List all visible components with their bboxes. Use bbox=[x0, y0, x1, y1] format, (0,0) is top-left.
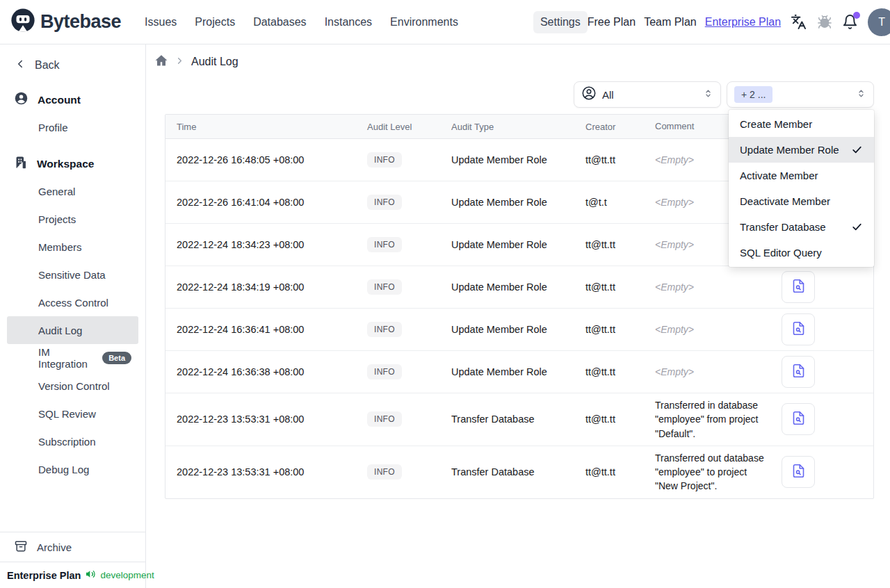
sidebar-item[interactable]: IM Integration Beta bbox=[0, 344, 145, 372]
file-search-icon bbox=[791, 279, 806, 295]
sidebar-item[interactable]: SQL Review bbox=[0, 400, 145, 427]
plan-link[interactable]: Team Plan bbox=[644, 16, 697, 28]
notifications-bell-icon[interactable] bbox=[842, 14, 858, 30]
breadcrumb-chevron-icon bbox=[175, 56, 185, 69]
workspace-items: General Projects Members Sensitive Data … bbox=[0, 177, 145, 483]
check-icon bbox=[851, 221, 863, 233]
file-search-icon bbox=[791, 364, 806, 380]
nav-item[interactable]: Databases bbox=[246, 11, 314, 33]
sidebar-item[interactable]: Sensitive Data bbox=[0, 261, 145, 288]
column-header-creator: Creator bbox=[585, 122, 655, 132]
plan-link[interactable]: Free Plan bbox=[588, 16, 636, 28]
audit-type-menu-item[interactable]: Create Member bbox=[729, 111, 874, 137]
view-detail-button[interactable] bbox=[782, 456, 815, 488]
audit-time: 2022-12-24 18:34:19 +08:00 bbox=[165, 281, 367, 293]
account-section-header: Account bbox=[0, 86, 145, 113]
translate-icon[interactable] bbox=[791, 14, 807, 30]
chevron-left-icon bbox=[14, 58, 26, 73]
account-items: Profile bbox=[0, 113, 145, 141]
audit-time: 2022-12-24 18:34:23 +08:00 bbox=[165, 239, 367, 250]
audit-type-menu-item[interactable]: Activate Member bbox=[729, 163, 874, 188]
audit-creator: tt@tt.tt bbox=[585, 281, 655, 293]
column-header-audit-type: Audit Type bbox=[451, 122, 585, 132]
audit-type-filter-select[interactable]: + 2 ... bbox=[727, 81, 874, 108]
settings-sidebar: Back Account Profile bbox=[0, 44, 146, 588]
workspace-section-header: Workspace bbox=[0, 151, 145, 177]
audit-time: 2022-12-24 16:36:41 +08:00 bbox=[165, 324, 367, 335]
audit-type-menu-item[interactable]: Deactivate Member bbox=[729, 188, 874, 214]
audit-creator: tt@tt.tt bbox=[585, 414, 655, 425]
audit-level-badge: INFO bbox=[367, 322, 402, 337]
brand-name: Bytebase bbox=[40, 11, 121, 33]
bytebase-logo[interactable]: Bytebase bbox=[10, 8, 121, 37]
archive-icon bbox=[14, 539, 28, 555]
sidebar-item[interactable]: Access Control bbox=[0, 288, 145, 316]
table-row: 2022-12-24 16:36:41 +08:00 INFO Update M… bbox=[165, 309, 873, 351]
audit-type-filter-value: + 2 ... bbox=[734, 86, 772, 103]
audit-creator: tt@tt.tt bbox=[585, 239, 655, 250]
nav-item[interactable]: Environments bbox=[383, 11, 465, 33]
audit-type-menu-item[interactable]: Update Member Role bbox=[729, 137, 874, 163]
nav-item[interactable]: Projects bbox=[188, 11, 242, 33]
notification-dot bbox=[853, 12, 860, 19]
audit-level-cell: INFO bbox=[367, 152, 451, 168]
menu-item-label: SQL Editor Query bbox=[740, 247, 822, 259]
nav-item[interactable]: Instances bbox=[318, 11, 379, 33]
plan-links: Free PlanTeam PlanEnterprise Plan bbox=[588, 16, 781, 28]
audit-level-badge: INFO bbox=[367, 152, 402, 168]
audit-type-menu: Create Member Update Member Role Activat… bbox=[729, 110, 874, 267]
back-button[interactable]: Back bbox=[0, 54, 145, 76]
view-detail-button[interactable] bbox=[782, 313, 815, 345]
workspace-section-title: Workspace bbox=[37, 158, 94, 170]
chevrons-up-down-icon bbox=[703, 88, 713, 101]
view-detail-button[interactable] bbox=[782, 356, 815, 388]
column-header-time: Time bbox=[165, 122, 367, 132]
archive-link[interactable]: Archive bbox=[0, 532, 145, 562]
nav-item[interactable]: Settings bbox=[533, 11, 588, 33]
audit-level-badge: INFO bbox=[367, 464, 402, 480]
view-detail-button[interactable] bbox=[782, 403, 815, 435]
sidebar-item[interactable]: Audit Log bbox=[7, 316, 138, 344]
audit-type: Update Member Role bbox=[451, 324, 585, 335]
audit-creator: tt@tt.tt bbox=[585, 366, 655, 377]
plan-link[interactable]: Enterprise Plan bbox=[705, 16, 781, 28]
view-detail-button[interactable] bbox=[782, 271, 815, 303]
audit-type-menu-item[interactable]: Transfer Database bbox=[729, 214, 874, 240]
nav-item[interactable]: Issues bbox=[138, 11, 184, 33]
audit-creator: tt@tt.tt bbox=[585, 466, 655, 477]
audit-type: Update Member Role bbox=[451, 281, 585, 293]
sidebar-item-label: Members bbox=[38, 241, 82, 253]
user-avatar[interactable]: T bbox=[868, 8, 890, 36]
audit-time: 2022-12-26 16:41:04 +08:00 bbox=[165, 197, 367, 208]
sidebar-item[interactable]: Members bbox=[0, 233, 145, 261]
audit-level-badge: INFO bbox=[367, 195, 402, 210]
home-icon[interactable] bbox=[154, 54, 168, 70]
sidebar-item-label: IM Integration bbox=[38, 346, 97, 370]
filter-row: All + 2 ... bbox=[146, 81, 874, 108]
chevrons-up-down-icon bbox=[856, 88, 866, 101]
audit-level-badge: INFO bbox=[367, 411, 402, 427]
audit-type: Update Member Role bbox=[451, 154, 585, 165]
sidebar-item-label: Audit Log bbox=[38, 325, 82, 336]
audit-creator: tt@tt.tt bbox=[585, 324, 655, 335]
sidebar-item[interactable]: Subscription bbox=[0, 427, 145, 455]
creator-filter-value: All bbox=[602, 89, 614, 101]
sidebar-item[interactable]: Version Control bbox=[0, 372, 145, 400]
bug-icon[interactable] bbox=[816, 14, 832, 30]
audit-type: Update Member Role bbox=[451, 239, 585, 250]
sidebar-item[interactable]: Profile bbox=[0, 113, 145, 141]
audit-time: 2022-12-23 13:53:31 +08:00 bbox=[165, 466, 367, 477]
menu-item-label: Create Member bbox=[740, 118, 812, 130]
audit-creator: t@t.t bbox=[585, 197, 655, 208]
sidebar-item[interactable]: General bbox=[0, 177, 145, 205]
sidebar-item[interactable]: Projects bbox=[0, 205, 145, 233]
column-header-audit-level: Audit Level bbox=[367, 122, 451, 132]
sidebar-item[interactable]: Debug Log bbox=[0, 455, 145, 483]
creator-filter-select[interactable]: All bbox=[574, 81, 721, 108]
audit-level-cell: INFO bbox=[367, 237, 451, 252]
audit-type-menu-item[interactable]: SQL Editor Query bbox=[729, 240, 874, 266]
file-search-icon bbox=[791, 411, 806, 427]
audit-time: 2022-12-26 16:48:05 +08:00 bbox=[165, 154, 367, 165]
audit-level-cell: INFO bbox=[367, 411, 451, 427]
top-header: Bytebase IssuesProjectsDatabasesInstance… bbox=[0, 0, 890, 44]
